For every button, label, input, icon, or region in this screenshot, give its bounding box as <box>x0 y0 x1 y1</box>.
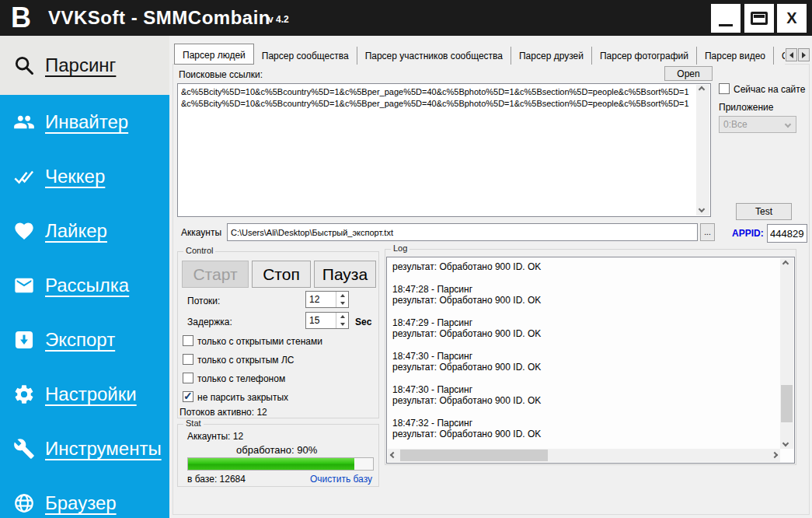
double-check-icon <box>12 165 36 188</box>
open-walls-checkbox[interactable] <box>183 335 193 346</box>
arrow-down-icon <box>340 323 345 326</box>
sidebar-item-label: Лайкер <box>45 220 107 242</box>
skip-closed-checkbox[interactable] <box>183 391 193 402</box>
arrow-right-icon <box>802 52 806 58</box>
spin-up-button[interactable] <box>336 313 348 320</box>
sidebar-item-export[interactable]: Экспорт <box>0 313 169 367</box>
sidebar-item-checker[interactable]: Чеккер <box>0 149 169 204</box>
sidebar-item-label: Экспорт <box>45 329 115 351</box>
active-threads-label: Потоков активно: 12 <box>179 407 267 418</box>
threads-label: Потоки: <box>187 296 220 306</box>
close-button[interactable]: X <box>777 4 807 33</box>
sidebar-item-settings[interactable]: Настройки <box>0 367 169 422</box>
appid-input[interactable] <box>767 224 807 243</box>
spin-down-button[interactable] <box>336 299 348 307</box>
log-entry-time: 18:47:28 - Парсинг <box>392 284 777 296</box>
application-select[interactable]: 0:Все <box>719 116 796 133</box>
sidebar-item-parsing[interactable]: Парсинг <box>0 36 169 95</box>
log-entry-time: 18:47:29 - Парсинг <box>392 317 777 329</box>
sidebar-item-browser[interactable]: Браузер <box>0 476 169 518</box>
app-window: B VVKSoft - SMMCombain v 4.2 X Парсинг И… <box>0 0 812 518</box>
accounts-path-input[interactable] <box>227 223 698 241</box>
search-icon <box>12 54 36 77</box>
online-now-checkbox[interactable] <box>719 83 730 94</box>
delay-input[interactable] <box>306 313 336 328</box>
online-now-label: Сейчас на сайте <box>734 84 805 95</box>
titlebar: B VVKSoft - SMMCombain v 4.2 X <box>0 0 812 36</box>
chevron-down-icon <box>785 121 791 128</box>
scroll-down-icon <box>782 440 789 446</box>
users-icon <box>12 110 36 134</box>
appid-label: APPID: <box>732 228 764 239</box>
scroll-down-icon <box>699 206 705 212</box>
scroll-left-icon <box>390 452 396 458</box>
app-title: VVKSoft - SMMCombain <box>48 7 270 29</box>
minimize-icon <box>719 24 733 26</box>
arrow-down-icon <box>340 302 345 305</box>
scroll-up-icon <box>782 261 789 267</box>
wrench-icon <box>12 437 36 460</box>
tab-parser-community-members[interactable]: Парсер участников сообщества <box>357 47 511 65</box>
search-link-line: &c%5Bcity%5D=10&c%5Bcountry%5D=1&c%5Bper… <box>181 98 695 110</box>
delay-stepper[interactable] <box>305 312 349 329</box>
stat-processed-label: обработано: 90% <box>236 444 317 456</box>
threads-stepper[interactable] <box>305 291 349 308</box>
log-entry-time: 18:47:30 - Парсинг <box>392 351 777 362</box>
search-links-textarea[interactable]: &c%5Bcity%5D=10&c%5Bcountry%5D=1&c%5Bper… <box>177 83 711 217</box>
envelope-icon <box>12 274 36 297</box>
pause-button[interactable]: Пауза <box>314 261 376 288</box>
tab-strip: Парсер людей Парсер сообщества Парсер уч… <box>174 44 785 65</box>
tab-parser-videos[interactable]: Парсер видео <box>697 47 774 65</box>
log-entry-result: результат: Обработано 900 ID. OK <box>392 362 777 373</box>
sidebar-item-tools[interactable]: Инструменты <box>0 422 169 476</box>
tab-parser-photos[interactable]: Парсер фотографий <box>592 47 697 65</box>
with-phone-checkbox[interactable] <box>183 373 193 383</box>
stat-legend: Stat <box>183 418 204 428</box>
open-walls-label: только с открытыми стенами <box>197 336 322 347</box>
log-entry: 18:47:29 - Парсинг результат: Обработано… <box>392 317 777 340</box>
log-horizontal-scrollbar-thumb[interactable] <box>400 450 548 461</box>
delay-spin-arrows <box>336 313 348 328</box>
maximize-icon <box>751 12 768 25</box>
scroll-up-icon <box>699 86 705 93</box>
control-legend: Control <box>183 246 215 255</box>
log-legend: Log <box>391 243 409 253</box>
app-logo: B <box>11 2 31 34</box>
log-vertical-scrollbar[interactable] <box>780 258 793 449</box>
maximize-button[interactable] <box>744 4 774 33</box>
sidebar-item-liker[interactable]: Лайкер <box>0 204 169 258</box>
tab-parser-friends[interactable]: Парсер друзей <box>511 47 592 65</box>
tab-discussions[interactable]: Обсуждений <box>774 47 785 65</box>
log-entry-result: результат: Обработано 900 ID. OK <box>392 395 777 407</box>
links-vertical-scrollbar[interactable] <box>696 85 709 215</box>
tab-parser-people[interactable]: Парсер людей <box>174 44 254 65</box>
log-text: результат: Обработано 900 ID. OK 18:47:2… <box>392 261 777 446</box>
log-vertical-scrollbar-thumb[interactable] <box>781 385 793 422</box>
stop-button[interactable]: Стоп <box>252 261 311 288</box>
sidebar-item-inviter[interactable]: Инвайтер <box>0 95 169 149</box>
clear-database-link[interactable]: Очистить базу <box>310 474 372 485</box>
app-version: v 4.2 <box>268 14 289 25</box>
globe-icon <box>12 492 36 515</box>
spin-down-button[interactable] <box>336 320 348 328</box>
test-button[interactable]: Test <box>736 203 792 220</box>
application-select-value: 0:Все <box>723 119 748 130</box>
open-button[interactable]: Open <box>664 66 713 81</box>
export-download-icon <box>12 328 36 352</box>
log-entry: 18:47:30 - Парсинг результат: Обработано… <box>392 351 777 373</box>
log-horizontal-scrollbar[interactable] <box>388 449 780 462</box>
with-phone-label: только с телефоном <box>197 373 285 384</box>
open-dm-checkbox[interactable] <box>183 354 193 365</box>
sidebar-item-mailing[interactable]: Рассылка <box>0 258 169 313</box>
browse-button[interactable]: ... <box>700 223 715 241</box>
log-entry: 18:47:28 - Парсинг результат: Обработано… <box>392 284 777 306</box>
minimize-button[interactable] <box>711 4 741 33</box>
log-entry-time: 18:47:30 - Парсинг <box>392 384 777 396</box>
log-area[interactable]: результат: Обработано 900 ID. OK 18:47:2… <box>386 257 795 464</box>
tab-parser-community[interactable]: Парсер сообщества <box>254 47 357 65</box>
start-button[interactable]: Старт <box>182 261 249 288</box>
threads-input[interactable] <box>306 292 336 307</box>
tab-scroll-right-button[interactable] <box>798 48 810 61</box>
spin-up-button[interactable] <box>336 292 348 299</box>
tab-scroll-left-button[interactable] <box>786 48 797 61</box>
